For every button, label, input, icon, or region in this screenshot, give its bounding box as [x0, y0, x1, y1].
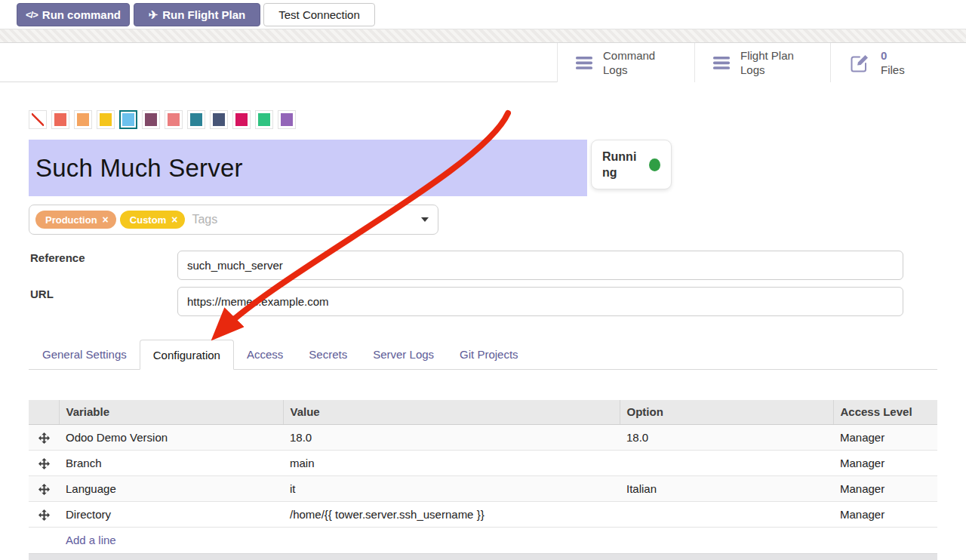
url-label: URL: [30, 288, 54, 300]
color-fill: [54, 113, 66, 126]
cell-access-level[interactable]: Manager: [833, 475, 937, 501]
column-header-option[interactable]: Option: [620, 400, 833, 424]
tag-custom[interactable]: Custom ×: [120, 211, 186, 229]
add-line-spacer: [29, 527, 59, 552]
drag-handle[interactable]: [29, 424, 59, 450]
tag-custom-label: Custom: [130, 214, 166, 226]
table-row: Branch main Manager: [29, 450, 937, 475]
cell-variable[interactable]: Branch: [59, 450, 283, 475]
swatch-raspberry[interactable]: [232, 110, 251, 129]
notebook-tabs: General Settings Configuration Access Se…: [29, 340, 937, 370]
test-connection-label: Test Connection: [278, 8, 360, 21]
code-icon: </>: [26, 9, 38, 20]
add-a-line-link[interactable]: Add a line: [59, 527, 937, 552]
reference-input[interactable]: [177, 251, 903, 280]
list-icon: [713, 57, 730, 69]
column-header-value[interactable]: Value: [283, 400, 620, 424]
reference-label: Reference: [30, 251, 85, 264]
edit-pencil-icon: [849, 52, 870, 73]
table-row: Directory /home/{{ tower.server.ssh_user…: [29, 501, 937, 527]
cell-option[interactable]: 18.0: [620, 424, 833, 450]
color-fill: [145, 113, 157, 126]
tab-server-logs[interactable]: Server Logs: [360, 340, 447, 369]
drag-handle[interactable]: [29, 475, 59, 501]
files-button[interactable]: 0 Files: [830, 43, 966, 82]
cell-variable[interactable]: Odoo Demo Version: [59, 424, 283, 450]
color-fill: [122, 113, 134, 126]
test-connection-button[interactable]: Test Connection: [263, 3, 375, 26]
run-flight-plan-button[interactable]: ✈ Run Flight Plan: [134, 3, 260, 26]
tab-access[interactable]: Access: [234, 340, 296, 369]
chevron-down-icon[interactable]: [421, 217, 429, 222]
url-input[interactable]: [177, 287, 903, 316]
tag-remove-icon[interactable]: ×: [171, 214, 177, 225]
swatch-purple[interactable]: [142, 110, 160, 129]
run-command-label: Run command: [42, 8, 121, 21]
color-fill: [281, 113, 293, 126]
tag-production[interactable]: Production ×: [35, 211, 116, 229]
cell-access-level[interactable]: Manager: [833, 450, 937, 475]
tags-placeholder: Tags: [192, 213, 417, 226]
swatch-teal[interactable]: [187, 110, 205, 129]
color-fill: [100, 113, 112, 126]
swatch-violet[interactable]: [278, 110, 296, 129]
status-badge[interactable]: Running: [591, 140, 672, 189]
no-color-strike-icon: [32, 113, 44, 126]
swatch-no-color[interactable]: [29, 110, 47, 129]
top-toolbar: </> Run command ✈ Run Flight Plan Test C…: [0, 0, 966, 29]
tab-general-settings[interactable]: General Settings: [29, 340, 140, 369]
flight-plan-logs-button[interactable]: Flight Plan Logs: [694, 43, 830, 82]
color-fill: [235, 113, 248, 126]
cell-option[interactable]: Italian: [620, 475, 833, 501]
color-fill: [77, 113, 89, 126]
drag-handle-icon: [38, 432, 50, 444]
color-fill: [168, 113, 180, 126]
tab-secrets[interactable]: Secrets: [296, 340, 360, 369]
swatch-red[interactable]: [51, 110, 69, 129]
command-logs-button[interactable]: Command Logs: [557, 43, 694, 82]
swatch-cyan-selected[interactable]: [119, 110, 137, 129]
column-header-access-level[interactable]: Access Level: [833, 400, 937, 424]
color-fill: [213, 113, 225, 126]
drag-handle-icon: [38, 484, 50, 495]
color-fill: [190, 113, 202, 126]
drag-handle[interactable]: [29, 450, 59, 475]
status-green-dot-icon: [649, 158, 660, 171]
cell-value[interactable]: 18.0: [283, 424, 620, 450]
cell-option[interactable]: [620, 501, 833, 527]
cell-access-level[interactable]: Manager: [833, 424, 937, 450]
server-form-page: </> Run command ✈ Run Flight Plan Test C…: [0, 0, 966, 560]
table-footer-strip: [29, 553, 937, 560]
cell-value[interactable]: it: [283, 475, 620, 501]
files-label: Files: [881, 63, 905, 76]
swatch-salmon[interactable]: [165, 110, 183, 129]
column-header-variable[interactable]: Variable: [59, 400, 283, 424]
swatch-navy[interactable]: [210, 110, 228, 129]
swatch-yellow[interactable]: [97, 110, 115, 129]
run-command-button[interactable]: </> Run command: [17, 3, 130, 26]
cell-value[interactable]: main: [283, 450, 620, 475]
background-hatch-band: [0, 29, 966, 43]
swatch-orange[interactable]: [74, 110, 92, 129]
record-title-field[interactable]: Such Much Server: [29, 140, 587, 196]
swatch-green[interactable]: [255, 110, 273, 129]
cell-option[interactable]: [620, 450, 833, 475]
cell-value[interactable]: /home/{{ tower.server.ssh_username }}: [283, 501, 620, 527]
list-icon: [576, 57, 592, 69]
table-row: Odoo Demo Version 18.0 18.0 Manager: [29, 424, 937, 450]
table-header-row: Variable Value Option Access Level: [29, 400, 937, 424]
table-row: Language it Italian Manager: [29, 475, 937, 501]
tab-configuration[interactable]: Configuration: [140, 340, 234, 370]
add-line-row: Add a line: [29, 527, 937, 552]
tag-remove-icon[interactable]: ×: [103, 214, 109, 225]
drag-handle[interactable]: [29, 501, 59, 527]
tab-git-projects[interactable]: Git Projects: [447, 340, 531, 369]
cell-access-level[interactable]: Manager: [833, 501, 937, 527]
handle-column-header: [29, 400, 59, 424]
page-title: Such Much Server: [29, 154, 243, 183]
cell-variable[interactable]: Directory: [59, 501, 283, 527]
color-palette: [29, 110, 296, 129]
flight-plan-logs-label: Flight Plan Logs: [740, 48, 805, 77]
cell-variable[interactable]: Language: [59, 475, 283, 501]
tags-field[interactable]: Production × Custom × Tags: [29, 205, 438, 235]
